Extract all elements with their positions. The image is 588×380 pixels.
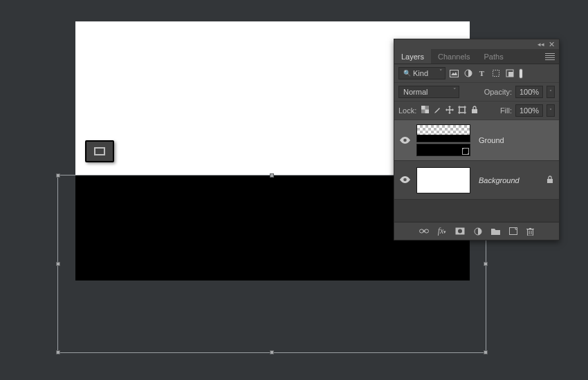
fx-icon[interactable]: fx▾ bbox=[438, 226, 447, 236]
fill-value[interactable]: 100% bbox=[515, 104, 543, 117]
vector-mask-badge-icon bbox=[462, 148, 469, 155]
filter-kind-select[interactable]: 🔍 Kind bbox=[398, 67, 445, 79]
opacity-value[interactable]: 100% bbox=[515, 86, 543, 98]
layer-thumbnail[interactable] bbox=[416, 124, 470, 142]
tab-paths[interactable]: Paths bbox=[477, 49, 511, 64]
visibility-icon[interactable] bbox=[397, 135, 412, 146]
panel-topbar: ◂◂ ✕ bbox=[394, 39, 559, 49]
lock-transparency-icon[interactable] bbox=[420, 106, 430, 115]
blend-mode-value: Normal bbox=[403, 88, 428, 96]
svg-rect-6 bbox=[421, 106, 425, 110]
layer-empty-area[interactable] bbox=[394, 200, 559, 222]
svg-rect-7 bbox=[425, 110, 429, 114]
handle-middle-right[interactable] bbox=[484, 262, 488, 266]
smart-filter-icon[interactable] bbox=[504, 68, 515, 79]
lock-position-icon[interactable] bbox=[445, 106, 454, 115]
shape-filter-icon[interactable] bbox=[490, 68, 501, 79]
layer-name[interactable]: Ground bbox=[479, 136, 504, 144]
svg-rect-4 bbox=[508, 72, 513, 77]
layers-list: Ground Background bbox=[394, 120, 559, 222]
image-filter-icon[interactable] bbox=[449, 68, 459, 79]
lock-row: Lock: Fill: 100% ˅ bbox=[394, 102, 559, 120]
lock-label: Lock: bbox=[398, 106, 416, 115]
panel-tabs: Layers Channels Paths bbox=[394, 49, 559, 64]
filter-row: 🔍 Kind T bbox=[394, 64, 559, 83]
svg-point-15 bbox=[403, 178, 407, 182]
layer-ground[interactable]: Ground bbox=[394, 120, 559, 161]
layer-name[interactable]: Background bbox=[479, 176, 520, 184]
svg-point-21 bbox=[458, 229, 462, 234]
tab-layers[interactable]: Layers bbox=[394, 49, 431, 64]
link-layers-icon[interactable] bbox=[419, 228, 429, 234]
vector-mask-thumbnail[interactable] bbox=[416, 144, 470, 156]
handle-top-left[interactable] bbox=[56, 173, 60, 178]
visibility-icon[interactable] bbox=[397, 175, 412, 185]
adjust-filter-icon[interactable] bbox=[463, 68, 473, 79]
tab-channels[interactable]: Channels bbox=[431, 49, 477, 64]
svg-rect-24 bbox=[528, 229, 533, 236]
adjustment-icon[interactable] bbox=[474, 227, 482, 236]
blend-mode-select[interactable]: Normal bbox=[398, 86, 459, 98]
rectangle-tool-icon bbox=[85, 140, 114, 162]
svg-rect-2 bbox=[493, 70, 499, 77]
rectangle-icon bbox=[94, 147, 105, 155]
lock-artboard-icon[interactable] bbox=[457, 106, 467, 115]
panel-menu-icon[interactable] bbox=[545, 53, 555, 60]
opacity-label: Opacity: bbox=[484, 88, 512, 96]
mask-icon[interactable] bbox=[455, 227, 465, 235]
lock-all-icon[interactable] bbox=[470, 106, 479, 115]
handle-bottom-middle[interactable] bbox=[270, 350, 274, 354]
new-layer-icon[interactable] bbox=[509, 227, 517, 235]
handle-bottom-right[interactable] bbox=[484, 350, 488, 354]
close-icon[interactable]: ✕ bbox=[549, 40, 555, 49]
handle-middle-left[interactable] bbox=[56, 262, 60, 266]
group-icon[interactable] bbox=[491, 228, 500, 235]
lock-icon[interactable] bbox=[546, 175, 553, 185]
handle-bottom-left[interactable] bbox=[56, 350, 60, 354]
fill-label: Fill: bbox=[500, 106, 512, 115]
layer-thumbnail[interactable] bbox=[416, 167, 470, 193]
opacity-caret[interactable]: ˅ bbox=[546, 86, 555, 98]
delete-icon[interactable] bbox=[526, 227, 534, 236]
filter-toggle[interactable] bbox=[519, 68, 523, 79]
svg-rect-13 bbox=[472, 109, 477, 113]
collapse-icon[interactable]: ◂◂ bbox=[538, 41, 544, 48]
layers-panel: ◂◂ ✕ Layers Channels Paths 🔍 Kind T Norm… bbox=[394, 39, 560, 240]
blend-row: Normal Opacity: 100% ˅ bbox=[394, 83, 559, 102]
svg-point-14 bbox=[403, 138, 407, 142]
svg-rect-8 bbox=[459, 107, 465, 113]
svg-rect-16 bbox=[547, 179, 553, 183]
lock-pixels-icon[interactable] bbox=[432, 106, 442, 115]
layer-background[interactable]: Background bbox=[394, 161, 559, 200]
fill-caret[interactable]: ˅ bbox=[546, 104, 555, 117]
filter-kind-label: Kind bbox=[413, 69, 428, 77]
panel-footer: fx▾ bbox=[394, 222, 559, 240]
type-filter-icon[interactable]: T bbox=[477, 68, 487, 79]
search-icon: 🔍 bbox=[403, 70, 411, 77]
svg-rect-23 bbox=[510, 228, 517, 235]
